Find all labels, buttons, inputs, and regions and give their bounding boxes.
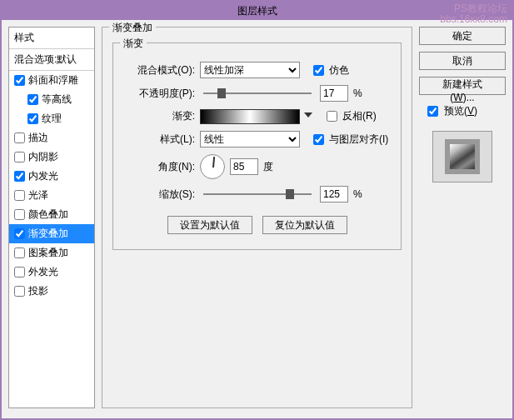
style-label: 样式(L): — [123, 132, 195, 147]
bevel-thumb-icon — [445, 139, 480, 174]
style-item-2[interactable]: 纹理 — [9, 109, 94, 128]
style-item-checkbox[interactable] — [14, 248, 25, 258]
group-title: 渐变叠加 — [109, 21, 156, 35]
style-item-checkbox[interactable] — [14, 209, 25, 220]
blend-mode-select[interactable]: 线性加深 — [200, 62, 300, 78]
style-item-0[interactable]: 斜面和浮雕 — [9, 71, 94, 90]
new-style-button[interactable]: 新建样式(W)... — [419, 77, 506, 95]
layer-style-dialog: 图层样式 PS教程论坛 bbs.16xx8.com 样式 混合选项:默认 斜面和… — [0, 0, 514, 420]
angle-dial[interactable] — [200, 154, 225, 179]
style-list: 斜面和浮雕等高线纹理描边内阴影内发光光泽颜色叠加渐变叠加图案叠加外发光投影 — [9, 71, 94, 408]
styles-header: 样式 — [9, 28, 94, 49]
style-item-checkbox[interactable] — [14, 171, 25, 182]
watermark: PS教程论坛 bbs.16xx8.com — [440, 3, 507, 25]
reset-default-button[interactable]: 复位为默认值 — [262, 216, 347, 234]
gradient-label: 渐变: — [123, 109, 195, 123]
style-item-label: 描边 — [28, 131, 48, 145]
style-item-label: 渐变叠加 — [28, 227, 68, 241]
style-item-7[interactable]: 颜色叠加 — [9, 205, 94, 224]
preview-thumbnail — [432, 131, 492, 182]
style-item-label: 外发光 — [28, 265, 58, 279]
make-default-button[interactable]: 设置为默认值 — [167, 216, 252, 234]
ok-button[interactable]: 确定 — [419, 27, 506, 45]
reverse-checkbox[interactable]: 反相(R) — [323, 108, 377, 124]
angle-label: 角度(N): — [123, 160, 195, 174]
style-item-checkbox[interactable] — [14, 75, 25, 86]
opacity-input[interactable] — [320, 85, 348, 102]
style-item-checkbox[interactable] — [14, 190, 25, 201]
style-item-11[interactable]: 投影 — [9, 282, 94, 301]
style-item-3[interactable]: 描边 — [9, 128, 94, 148]
style-item-checkbox[interactable] — [14, 228, 25, 239]
style-item-checkbox[interactable] — [27, 94, 38, 105]
style-item-label: 纹理 — [42, 112, 62, 126]
style-item-checkbox[interactable] — [14, 132, 25, 143]
style-item-label: 等高线 — [42, 92, 72, 107]
titlebar: 图层样式 — [2, 2, 512, 20]
style-item-checkbox[interactable] — [14, 152, 25, 162]
style-item-checkbox[interactable] — [14, 286, 25, 297]
scale-label: 缩放(S): — [123, 188, 195, 202]
style-item-10[interactable]: 外发光 — [9, 262, 94, 282]
preview-checkbox[interactable]: 预览(V) — [419, 102, 506, 121]
style-item-4[interactable]: 内阴影 — [9, 148, 94, 167]
style-item-8[interactable]: 渐变叠加 — [9, 224, 94, 243]
opacity-slider[interactable] — [203, 92, 312, 94]
style-item-label: 颜色叠加 — [28, 208, 68, 222]
styles-list-panel: 样式 混合选项:默认 斜面和浮雕等高线纹理描边内阴影内发光光泽颜色叠加渐变叠加图… — [8, 27, 95, 408]
style-select[interactable]: 线性 — [200, 131, 300, 148]
options-panel: 渐变叠加 渐变 混合模式(O): 线性加深 仿色 不透 — [102, 27, 412, 408]
style-item-9[interactable]: 图案叠加 — [9, 243, 94, 262]
style-item-checkbox[interactable] — [14, 267, 25, 278]
style-item-label: 投影 — [28, 284, 48, 298]
style-item-1[interactable]: 等高线 — [9, 90, 94, 109]
style-item-label: 光泽 — [28, 188, 48, 202]
window-title: 图层样式 — [237, 5, 277, 17]
blend-mode-label: 混合模式(O): — [123, 63, 195, 78]
scale-input[interactable] — [320, 186, 348, 202]
right-panel: 确定 取消 新建样式(W)... 预览(V) — [419, 27, 506, 408]
gradient-picker[interactable] — [200, 109, 300, 124]
scale-slider[interactable] — [203, 193, 312, 195]
style-item-label: 图案叠加 — [28, 246, 68, 260]
style-item-label: 内发光 — [28, 169, 58, 183]
align-checkbox[interactable]: 与图层对齐(I) — [310, 132, 388, 148]
opacity-label: 不透明度(P): — [123, 87, 195, 101]
style-item-label: 斜面和浮雕 — [28, 73, 78, 88]
angle-input[interactable] — [230, 158, 258, 175]
cancel-button[interactable]: 取消 — [419, 52, 506, 70]
sub-group-title: 渐变 — [120, 37, 147, 51]
blending-options-default[interactable]: 混合选项:默认 — [9, 49, 94, 71]
style-item-5[interactable]: 内发光 — [9, 167, 94, 186]
dither-checkbox[interactable]: 仿色 — [310, 62, 349, 78]
style-item-6[interactable]: 光泽 — [9, 186, 94, 205]
style-item-label: 内阴影 — [28, 150, 58, 164]
style-item-checkbox[interactable] — [27, 113, 38, 124]
